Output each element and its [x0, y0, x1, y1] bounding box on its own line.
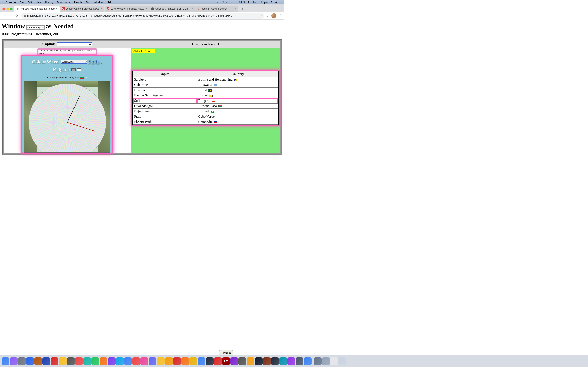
battery-percent[interactable]: 100% [239, 1, 245, 4]
countries-report-header: Countries Report [131, 41, 280, 48]
capital-cell: Praia [133, 114, 197, 119]
table-row[interactable]: PraiaCabo Verde [133, 114, 278, 119]
table-row[interactable]: SofiaBulgaria [133, 98, 278, 103]
menu-help[interactable]: Help [107, 1, 112, 4]
star-icon[interactable]: ☆ [259, 14, 262, 17]
bulgaria-flag-icon [80, 77, 84, 79]
capitals-cell: Please select Capital(s) below to get Co… [3, 48, 131, 154]
extension-icon[interactable]: V [267, 14, 268, 17]
bluetooth-icon[interactable]: ᛒ [230, 1, 232, 4]
table-row[interactable]: OuagadougouBurkina Faso [133, 103, 278, 109]
minimize-window-button[interactable] [6, 8, 9, 10]
menu-history[interactable]: History [45, 1, 53, 4]
menu-file[interactable]: File [19, 1, 24, 4]
table-row[interactable]: GaboroneBotswana [133, 82, 278, 87]
forward-button[interactable]: → [8, 13, 13, 18]
siri-icon[interactable]: ◉ [275, 1, 277, 4]
wheel-attrib-text: RJM Programming - July, 2019 [46, 76, 79, 79]
spotlight-icon[interactable]: 🔍︎ [270, 1, 273, 4]
wheel-title: Colour Wheel [32, 59, 60, 65]
capitals-select[interactable] [57, 42, 92, 47]
clock[interactable]: Tue 10:17 pm [252, 1, 268, 4]
status-icon-1[interactable]: ⬘ [217, 1, 219, 4]
wheel-city-link[interactable]: Sofia [89, 59, 100, 65]
menu-bookmarks[interactable]: Bookmarks [57, 1, 70, 4]
menu-people[interactable]: People [74, 1, 82, 4]
tab-close-icon[interactable]: × [145, 7, 147, 10]
table-row[interactable]: BrasiliaBrazil [133, 87, 278, 93]
tab-label: Local Weather Forecast, News [66, 7, 99, 10]
browser-tab-3[interactable]: iUnicode Character 'SUN BEHIN× [149, 6, 195, 12]
table-row[interactable]: Phnom PenhCambodia [133, 119, 278, 125]
reload-button[interactable]: ⟳ [15, 13, 19, 18]
capitals-option-kabul[interactable]: Kabul [38, 52, 96, 55]
capital-cell: Bujumbura [133, 109, 197, 114]
wheel-tz-select[interactable]: Europe/Sofia [61, 60, 87, 64]
country-cell: Burundi [197, 109, 278, 114]
country-youtube-icon[interactable] [77, 68, 81, 71]
browser-tab-4[interactable]: Gdouala - Google Search× [195, 6, 238, 12]
profile-avatar[interactable] [271, 13, 276, 18]
report-th-capital: Capital [133, 71, 197, 77]
table-row[interactable]: Bandar Seri BegawanBrunei [133, 93, 278, 98]
capital-cell: Ouagadougou [133, 103, 197, 109]
browser-tab-1[interactable]: wLocal Weather Forecast, News× [60, 6, 104, 12]
capital-cell: Bandar Seri Begawan [133, 93, 197, 98]
menu-window[interactable]: Window [94, 1, 103, 4]
country-image-icon[interactable] [71, 68, 76, 71]
country-cell: Bulgaria [197, 98, 278, 103]
address-bar[interactable]: 🔒︎ rjmprogramming.com.au/HTMLCSS/wls_vs_… [21, 13, 264, 18]
tab-close-icon[interactable]: × [191, 7, 193, 10]
chrome-menu-icon[interactable]: ⋮ [279, 14, 282, 17]
back-button[interactable]: ← [2, 13, 6, 18]
page-title: Window localStorage as Needed [2, 22, 282, 30]
capitals-hint-option[interactable]: Please select Capital(s) below to get Co… [38, 49, 96, 52]
capital-cell: Phnom Penh [133, 119, 197, 125]
chrome-toolbar: ← → ⟳ 🔒︎ rjmprogramming.com.au/HTMLCSS/w… [0, 12, 284, 20]
flag-icon [214, 84, 217, 86]
tab-close-icon[interactable]: × [234, 7, 236, 10]
wifi-icon[interactable]: ᯤ [234, 1, 237, 4]
capitals-header-label: Capitals [43, 42, 56, 46]
country-cell: Brunei [197, 93, 278, 98]
country-cell: Brazil [197, 87, 278, 93]
maximize-window-button[interactable] [10, 8, 13, 10]
wheel-country: Bulgaria [53, 67, 70, 72]
new-tab-button[interactable]: + [240, 6, 245, 12]
page-content: Window localStorage as Needed RJM Progra… [0, 20, 284, 157]
colour-wheel-image[interactable] [24, 81, 110, 152]
menu-edit[interactable]: Edit [27, 1, 32, 4]
capital-cell: Sarajevo [133, 77, 197, 82]
capital-cell: Sofia [133, 98, 197, 103]
title-mode-select[interactable]: localStorage [26, 25, 44, 30]
status-icon-m[interactable]: Ⓜ [222, 1, 224, 4]
report-table-wrap: Capital Country SarajevoBosnia and Herze… [132, 71, 279, 125]
notification-center-icon[interactable]: ☰ [279, 1, 282, 4]
capital-cell: Gaborone [133, 82, 197, 87]
table-row[interactable]: BujumburaBurundi [133, 109, 278, 114]
tab-label: Local Weather Forecast, News [111, 7, 144, 10]
tab-favicon: w [107, 7, 109, 10]
main-table: Capitals Countries Report Please select … [3, 40, 281, 154]
url-text: rjmprogramming.com.au/HTMLCSS/wls_vs_php… [27, 14, 258, 17]
browser-tab-2[interactable]: wLocal Weather Forecast, News× [104, 6, 149, 12]
tab-close-icon[interactable]: × [100, 7, 102, 10]
close-window-button[interactable] [2, 8, 5, 10]
table-row[interactable]: SarajevoBosnia and Herzegovina [133, 77, 278, 82]
window-traffic-lights [2, 8, 14, 12]
clickable-report-badge[interactable]: Clickable Report ... [132, 49, 155, 53]
macos-menubar: Chrome File Edit View History Bookmarks … [0, 0, 284, 4]
flag-icon [218, 105, 222, 108]
tab-close-icon[interactable]: × [56, 7, 57, 10]
flag-icon [208, 89, 212, 92]
menu-app-name[interactable]: Chrome [6, 1, 16, 4]
capitals-multiselect[interactable]: Please select Capital(s) below to get Co… [38, 49, 97, 55]
report-th-country: Country [197, 71, 278, 77]
capitals-header: Capitals [3, 41, 131, 48]
menu-view[interactable]: View [35, 1, 41, 4]
browser-tab-0[interactable]: ◧Window localStorage as Neede× [14, 6, 60, 12]
battery-icon[interactable]: 🔋︎ [248, 1, 250, 4]
menu-tab[interactable]: Tab [86, 1, 90, 4]
flag-icon [209, 95, 213, 97]
display-icon[interactable]: ⎚ [226, 1, 228, 4]
